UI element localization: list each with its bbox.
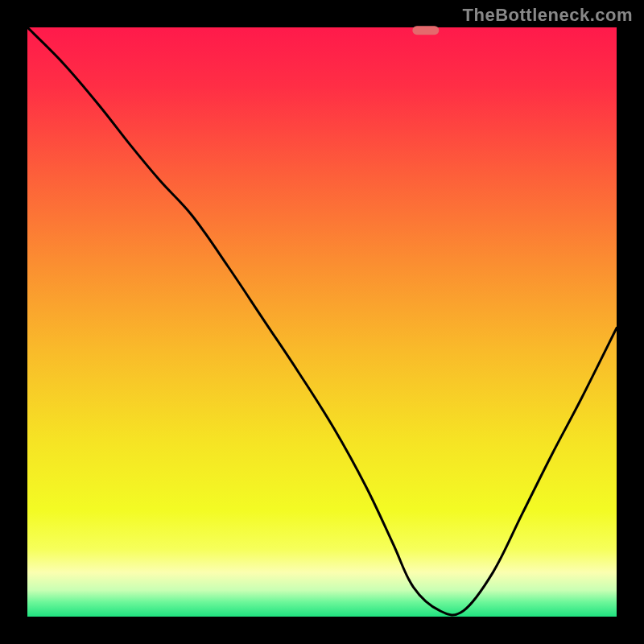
plot-area — [27, 27, 617, 617]
chart-frame: TheBottleneck.com — [0, 0, 644, 644]
plot-canvas — [0, 0, 644, 644]
watermark: TheBottleneck.com — [463, 5, 633, 26]
minimum-marker — [412, 26, 439, 35]
